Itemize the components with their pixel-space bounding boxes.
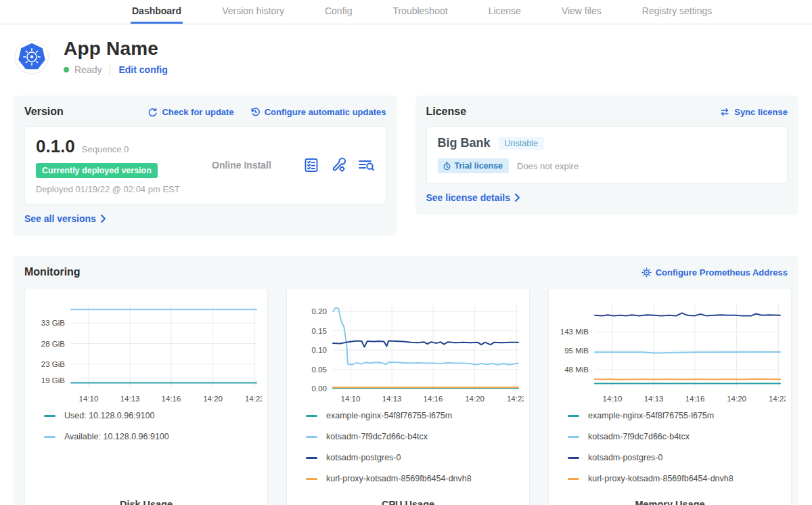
legend-item: example-nginx-54f8f76755-l675m: [568, 411, 786, 420]
svg-text:14:16: 14:16: [685, 395, 705, 403]
svg-text:95 MiB: 95 MiB: [564, 347, 589, 355]
legend-item: kurl-proxy-kotsadm-8569fb6454-dnvh8: [568, 474, 786, 483]
svg-text:14:20: 14:20: [465, 395, 484, 403]
legend-color-dash: [306, 478, 317, 480]
chevron-right-icon: [514, 193, 520, 202]
legend-color-dash: [568, 457, 579, 459]
legend-item: Used: 10.128.0.96:9100: [44, 411, 262, 420]
tab-troubleshoot[interactable]: Troubleshoot: [391, 0, 449, 24]
license-card: Big Bank Unstable Trial license Does not…: [426, 126, 788, 183]
cpu-usage-chart-card: 14:1014:1314:1614:2014:230.000.050.100.1…: [286, 288, 530, 505]
memory-usage-chart-card: 14:1014:1314:1614:2014:2348 MiB95 MiB143…: [548, 288, 792, 505]
view-deploy-logs-icon[interactable]: [357, 157, 375, 173]
svg-text:14:23: 14:23: [507, 395, 524, 403]
monitoring-panel-title: Monitoring: [24, 266, 81, 278]
legend-item: Available: 10.128.0.96:9100: [44, 432, 262, 441]
preflight-checks-icon[interactable]: [303, 157, 319, 173]
edit-config-wrench-icon[interactable]: [330, 157, 346, 173]
trial-license-badge: Trial license: [438, 158, 510, 173]
legend-item: kotsadm-postgres-0: [306, 453, 524, 462]
license-expiry: Does not expire: [517, 161, 579, 171]
tab-license[interactable]: License: [487, 0, 522, 24]
license-panel-title: License: [426, 106, 467, 118]
legend-label: Available: 10.128.0.96:9100: [64, 432, 169, 441]
legend-color-dash: [306, 415, 317, 417]
svg-text:14:23: 14:23: [769, 395, 786, 403]
tab-dashboard[interactable]: Dashboard: [131, 0, 183, 24]
refresh-icon: [148, 107, 158, 117]
tab-config[interactable]: Config: [323, 0, 353, 24]
see-license-details-link[interactable]: See license details: [426, 192, 521, 203]
chart-series-line: [595, 352, 780, 353]
version-sequence: Sequence 0: [82, 144, 129, 154]
gear-icon: [641, 267, 652, 278]
svg-text:14:20: 14:20: [203, 395, 223, 403]
svg-text:14:23: 14:23: [245, 395, 262, 403]
legend-label: Used: 10.128.0.96:9100: [64, 411, 154, 420]
tab-view-files[interactable]: View files: [560, 0, 603, 24]
svg-text:33 GiB: 33 GiB: [41, 319, 65, 327]
legend-label: kotsadm-7f9dc7d66c-b4tcx: [326, 432, 428, 441]
legend-label: example-nginx-54f8f76755-l675m: [588, 411, 714, 420]
deployed-badge: Currently deployed version: [36, 163, 158, 178]
chart-legend: Used: 10.128.0.96:9100Available: 10.128.…: [30, 407, 262, 453]
legend-color-dash: [306, 457, 317, 459]
tab-registry-settings[interactable]: Registry settings: [641, 0, 713, 24]
legend-label: kurl-proxy-kotsadm-8569fb6454-dnvh8: [326, 474, 472, 483]
chart-plot: 14:1014:1314:1614:2014:2348 MiB95 MiB143…: [554, 295, 786, 407]
edit-config-link[interactable]: Edit config: [118, 64, 167, 75]
legend-color-dash: [44, 436, 55, 438]
svg-text:48 MiB: 48 MiB: [564, 366, 589, 374]
check-for-update-link[interactable]: Check for update: [148, 107, 233, 117]
sync-arrows-icon: [719, 107, 730, 117]
chart-canvas: 14:1014:1314:1614:2014:2348 MiB95 MiB143…: [554, 295, 786, 407]
legend-label: kotsadm-postgres-0: [588, 453, 662, 462]
see-all-versions-link[interactable]: See all versions: [24, 213, 106, 224]
svg-text:14:10: 14:10: [341, 395, 361, 403]
license-panel: License Sync license Big Bank Unstable: [415, 95, 799, 215]
legend-color-dash: [306, 436, 317, 438]
chevron-right-icon: [100, 214, 106, 223]
configure-prometheus-link[interactable]: Configure Prometheus Address: [641, 267, 788, 278]
legend-label: example-nginx-54f8f76755-l675m: [326, 411, 452, 420]
configure-automatic-updates-link[interactable]: Configure automatic updates: [250, 107, 386, 117]
license-name: Big Bank: [438, 136, 491, 150]
svg-text:14:13: 14:13: [120, 395, 140, 403]
version-panel: Version Check for update Configure autom…: [14, 95, 397, 236]
svg-text:14:13: 14:13: [644, 395, 664, 403]
chart-legend: example-nginx-54f8f76755-l675mkotsadm-7f…: [292, 407, 524, 495]
sync-license-link[interactable]: Sync license: [719, 107, 788, 117]
stopwatch-icon: [443, 162, 451, 171]
chart-canvas: 14:1014:1314:1614:2014:2319 GiB23 GiB28 …: [30, 295, 262, 407]
svg-text:143 MiB: 143 MiB: [560, 328, 589, 336]
chart-legend: example-nginx-54f8f76755-l675mkotsadm-7f…: [554, 407, 786, 495]
divider: [110, 65, 110, 75]
tab-version-history[interactable]: Version history: [221, 0, 286, 24]
legend-item: kotsadm-postgres-0: [568, 453, 786, 462]
chart-series-line: [333, 341, 518, 347]
svg-text:14:20: 14:20: [727, 395, 746, 403]
svg-text:19 GiB: 19 GiB: [41, 376, 65, 385]
chart-canvas: 14:1014:1314:1614:2014:230.000.050.100.1…: [292, 295, 524, 407]
svg-text:0.10: 0.10: [312, 346, 327, 354]
current-version-card: 0.1.0 Sequence 0 Currently deployed vers…: [24, 126, 386, 204]
svg-text:14:10: 14:10: [79, 395, 99, 403]
legend-item: kotsadm-7f9dc7d66c-b4tcx: [306, 432, 524, 441]
legend-item: example-nginx-54f8f76755-l675m: [306, 411, 524, 420]
svg-text:0.00: 0.00: [312, 385, 327, 393]
status-text: Ready: [74, 64, 102, 75]
channel-badge: Unstable: [499, 137, 544, 150]
app-logo: [15, 40, 49, 74]
disk-usage-chart-card: 14:1014:1314:1614:2014:2319 GiB23 GiB28 …: [24, 288, 268, 505]
install-type-label: Online Install: [205, 160, 303, 171]
svg-text:0.15: 0.15: [312, 327, 327, 335]
kubernetes-logo-icon: [17, 42, 47, 72]
svg-text:0.05: 0.05: [312, 366, 327, 374]
chart-title: Disk Usage: [30, 495, 262, 505]
svg-text:0.20: 0.20: [312, 307, 327, 315]
svg-text:14:13: 14:13: [382, 395, 402, 403]
legend-item: kotsadm-7f9dc7d66c-b4tcx: [568, 432, 786, 441]
chart-plot: 14:1014:1314:1614:2014:2319 GiB23 GiB28 …: [30, 295, 262, 407]
version-number: 0.1.0: [36, 136, 75, 157]
clock-refresh-icon: [250, 107, 261, 117]
